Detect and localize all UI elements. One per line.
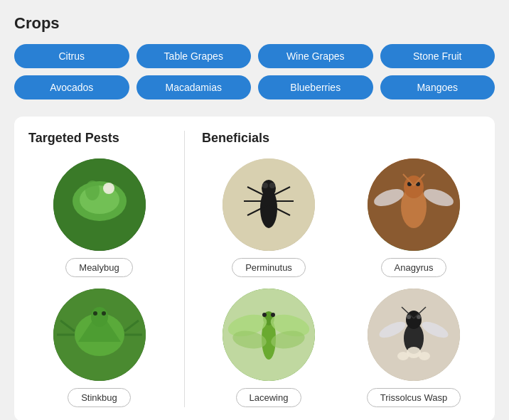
svg-point-56	[419, 352, 430, 360]
pests-list: Mealybug Stinkbug	[28, 158, 170, 407]
beneficials-heading: Beneficials	[202, 131, 481, 146]
page-title: Crops	[14, 14, 495, 33]
crop-button-citrus[interactable]: Citrus	[14, 44, 129, 68]
beneficial-label-anagyrus: Anagyrus	[381, 258, 447, 277]
beneficial-label-lacewing: Lacewing	[236, 388, 302, 407]
crop-button-table-grapes[interactable]: Table Grapes	[136, 44, 252, 68]
pest-card-stinkbug: Stinkbug	[28, 289, 170, 407]
crop-button-blueberries[interactable]: Blueberries	[258, 75, 373, 99]
beneficial-image-lacewing	[223, 289, 315, 381]
crop-button-stone-fruit[interactable]: Stone Fruit	[380, 44, 495, 68]
beneficial-image-trissolcus	[368, 289, 460, 381]
pests-column: Targeted Pests Mealybug Stinkb	[28, 131, 185, 407]
crop-button-macadamias[interactable]: Macadamias	[136, 75, 252, 99]
svg-point-15	[102, 311, 106, 316]
svg-point-14	[93, 311, 97, 316]
beneficial-card-lacewing: Lacewing	[202, 289, 336, 407]
crop-button-avocados[interactable]: Avocados	[14, 75, 129, 99]
beneficial-image-anagyrus	[368, 158, 460, 251]
svg-point-44	[271, 313, 275, 317]
pests-heading: Targeted Pests	[28, 131, 170, 146]
svg-point-5	[105, 185, 112, 192]
beneficial-label-trissolcus: Trissolcus Wasp	[367, 388, 461, 407]
pest-label-stinkbug: Stinkbug	[68, 388, 131, 407]
beneficials-column: Beneficials Perminutus	[185, 131, 481, 407]
crop-button-wine-grapes[interactable]: Wine Grapes	[258, 44, 373, 68]
pest-image-stinkbug	[53, 289, 146, 381]
crop-button-mangoes[interactable]: Mangoes	[380, 75, 495, 99]
svg-point-19	[262, 183, 268, 188]
svg-point-54	[407, 347, 421, 358]
crops-grid: CitrusTable GrapesWine GrapesStone Fruit…	[14, 44, 495, 99]
svg-point-20	[269, 183, 275, 188]
svg-point-43	[262, 313, 267, 317]
page-container: Crops CitrusTable GrapesWine GrapesStone…	[14, 14, 495, 420]
pest-card-mealybug: Mealybug	[28, 158, 170, 277]
pest-image-mealybug	[53, 158, 146, 251]
pest-label-mealybug: Mealybug	[65, 258, 132, 277]
svg-point-55	[397, 352, 409, 360]
content-section: Targeted Pests Mealybug Stinkb	[14, 117, 495, 420]
beneficial-label-perminutus: Perminutus	[232, 258, 306, 277]
beneficials-grid: Perminutus Anagyrus Lacewi	[202, 158, 481, 407]
svg-point-3	[85, 181, 100, 200]
beneficial-card-anagyrus: Anagyrus	[347, 158, 481, 277]
svg-point-13	[91, 307, 108, 327]
beneficial-image-perminutus	[223, 158, 315, 251]
beneficial-card-trissolcus: Trissolcus Wasp	[347, 289, 481, 407]
beneficial-card-perminutus: Perminutus	[202, 158, 336, 277]
